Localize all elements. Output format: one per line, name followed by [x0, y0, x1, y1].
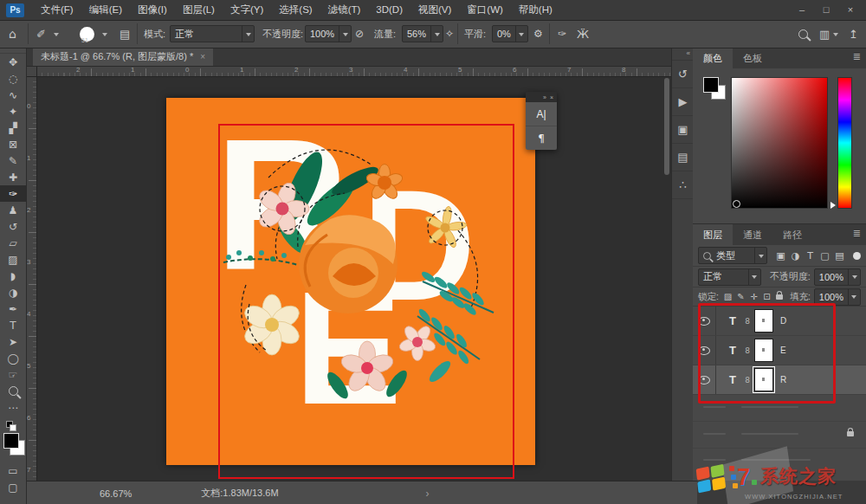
saturation-brightness-field[interactable]	[731, 77, 828, 209]
color-foreground-swatch[interactable]	[703, 77, 719, 93]
paragraph-panel-icon[interactable]: ¶	[526, 126, 557, 150]
character-panel-icon[interactable]: A|	[526, 102, 557, 126]
menu-item-文件(F)[interactable]: 文件(F)	[33, 0, 81, 20]
float-collapse-icon[interactable]: »	[543, 94, 546, 100]
blend-mode-select[interactable]: 正常	[170, 20, 255, 48]
tab-图层[interactable]: 图层	[693, 224, 733, 245]
healing-brush-tool[interactable]: ✚	[0, 169, 26, 185]
magic-wand-tool[interactable]: ✦	[0, 103, 26, 120]
lock-paint-icon[interactable]: ✎	[735, 292, 746, 301]
clone-stamp-tool[interactable]: ♟	[0, 202, 26, 218]
crop-tool[interactable]: ▞	[0, 120, 26, 136]
share-icon[interactable]: ↥	[849, 20, 858, 48]
pressure-size-icon[interactable]: ✑	[558, 20, 566, 48]
home-icon[interactable]: ⌂	[9, 20, 16, 48]
actions-panel-icon[interactable]: ▶	[672, 88, 694, 116]
pen-tool[interactable]: ✒	[0, 300, 26, 317]
tab-色板[interactable]: 色板	[733, 48, 772, 68]
workspace-icon[interactable]: ▥	[819, 20, 830, 48]
blur-tool[interactable]: ◗	[0, 268, 26, 284]
search-icon[interactable]	[798, 20, 808, 48]
share-panel-icon[interactable]: ∴	[672, 171, 694, 199]
history-panel-icon[interactable]: ↺	[672, 61, 694, 88]
menu-item-编辑(E)[interactable]: 编辑(E)	[81, 0, 130, 20]
tab-颜色[interactable]: 颜色	[693, 48, 733, 68]
lock-transparency-icon[interactable]: ▨	[722, 292, 734, 301]
maximize-button[interactable]: □	[814, 0, 838, 20]
vertical-scrollbar[interactable]	[664, 78, 669, 175]
zoom-tool[interactable]	[0, 383, 26, 399]
close-button[interactable]: ×	[838, 0, 863, 20]
more-tools[interactable]: ⋯	[0, 399, 26, 416]
layers-panel-menu-icon[interactable]: ≣	[853, 228, 861, 239]
lasso-tool[interactable]: ∿	[0, 87, 26, 103]
menu-item-视图(V)[interactable]: 视图(V)	[410, 0, 459, 20]
ellipse-tool[interactable]: ◯	[0, 350, 26, 366]
tab-路径[interactable]: 路径	[772, 224, 812, 245]
brush-size-dropdown[interactable]	[102, 20, 107, 48]
airbrush-icon[interactable]: ✧	[445, 20, 454, 48]
dock-collapse-icon[interactable]: «	[672, 48, 694, 61]
properties-panel-icon[interactable]: ▤	[672, 144, 694, 171]
type-layer-filter-icon[interactable]: T	[804, 250, 817, 262]
eraser-tool[interactable]: ▱	[0, 235, 26, 251]
tab-通道[interactable]: 通道	[733, 224, 772, 245]
gradient-tool[interactable]: ▨	[0, 251, 26, 268]
path-selection-tool[interactable]: ➤	[0, 333, 26, 350]
lock-artboard-icon[interactable]: ⊡	[761, 292, 772, 301]
quick-mask-button[interactable]: ▭	[0, 462, 26, 479]
tab-close-icon[interactable]: ×	[200, 52, 205, 61]
foreground-color-swatch[interactable]	[3, 433, 19, 449]
history-brush-tool[interactable]: ↺	[0, 218, 26, 235]
flow-select[interactable]: 56%	[402, 20, 443, 48]
zoom-level-value[interactable]: 66.67%	[100, 488, 132, 499]
opacity-pressure-icon[interactable]: ⊘	[355, 20, 364, 48]
move-tool[interactable]: ✥	[0, 54, 26, 70]
hue-slider-arrow[interactable]	[830, 202, 839, 209]
type-tool[interactable]: T	[0, 317, 26, 333]
opacity-select[interactable]: 100%	[305, 20, 352, 48]
menu-item-帮助(H)[interactable]: 帮助(H)	[511, 0, 560, 20]
layer-filter-select[interactable]: 类型	[698, 247, 767, 264]
lock-move-icon[interactable]: ✛	[748, 292, 759, 301]
menu-item-文字(Y)[interactable]: 文字(Y)	[223, 0, 271, 20]
frame-tool[interactable]: ⊠	[0, 136, 26, 152]
brush-tool[interactable]: ✑	[0, 185, 26, 202]
color-picker-ring[interactable]	[733, 200, 740, 208]
smoothing-options-gear-icon[interactable]: ⚙	[533, 20, 543, 48]
menu-item-窗口(W)[interactable]: 窗口(W)	[459, 0, 511, 20]
eyedropper-tool[interactable]: ✎	[0, 152, 26, 169]
float-close-icon[interactable]: ×	[550, 94, 553, 100]
lock-all-icon[interactable]	[776, 294, 783, 300]
brush-size-picker[interactable]: 51	[80, 20, 94, 48]
filter-toggle-dot[interactable]	[853, 252, 861, 260]
adjustment-layer-filter-icon[interactable]: ◑	[789, 250, 802, 262]
hue-strip[interactable]	[837, 77, 852, 209]
smart-object-filter-icon[interactable]: ▤	[833, 250, 846, 262]
status-expand-arrow[interactable]: ›	[426, 488, 430, 500]
paint-symmetry-butterfly-icon[interactable]: Ӝ	[577, 20, 589, 48]
layer-opacity-select[interactable]: 100%	[814, 268, 861, 286]
menu-item-图像(I)[interactable]: 图像(I)	[130, 0, 175, 20]
marquee-tool[interactable]: ◌	[0, 70, 26, 87]
pixel-layer-filter-icon[interactable]: ▣	[774, 250, 787, 262]
brush-preset-icon[interactable]: ✐	[36, 20, 46, 48]
menu-item-图层(L)[interactable]: 图层(L)	[175, 0, 223, 20]
dodge-tool[interactable]: ◑	[0, 284, 26, 300]
color-panel-menu-icon[interactable]: ≣	[853, 51, 861, 62]
smoothing-select[interactable]: 0%	[492, 20, 528, 48]
hand-tool[interactable]: ☞	[0, 366, 26, 383]
menu-item-滤镜(T)[interactable]: 滤镜(T)	[320, 0, 369, 20]
layer-blend-mode-select[interactable]: 正常	[698, 268, 761, 286]
menu-item-选择(S)[interactable]: 选择(S)	[271, 0, 320, 20]
brush-settings-panel-icon[interactable]: ▤	[120, 20, 130, 48]
brush-preset-dropdown[interactable]	[54, 20, 59, 48]
libraries-panel-icon[interactable]: ▣	[672, 116, 694, 144]
minimize-button[interactable]: –	[790, 0, 814, 20]
menu-item-3D(D)[interactable]: 3D(D)	[368, 0, 410, 20]
shape-layer-filter-icon[interactable]: ▢	[818, 250, 831, 262]
document-tab[interactable]: 未标题-1 @ 66.7% (R, 图层蒙版/8) * ×	[33, 48, 213, 66]
screen-mode-button[interactable]: ▢	[0, 479, 26, 495]
default-colors-control[interactable]	[0, 419, 26, 431]
workspace-dropdown[interactable]	[833, 20, 838, 48]
